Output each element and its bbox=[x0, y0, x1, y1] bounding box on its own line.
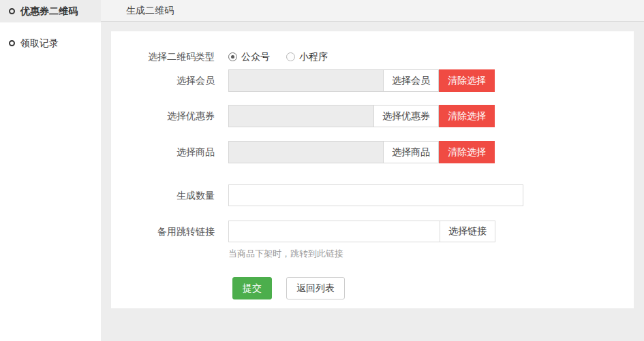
product-label: 选择商品 bbox=[111, 141, 228, 163]
circle-bullet-icon bbox=[9, 40, 15, 46]
member-input-group: 选择会员 清除选择 bbox=[228, 69, 495, 92]
radio-selected-icon bbox=[228, 52, 237, 61]
form-row-coupon: 选择优惠券 选择优惠券 清除选择 bbox=[111, 105, 634, 127]
clear-member-button[interactable]: 清除选择 bbox=[439, 69, 495, 92]
circle-bullet-icon bbox=[9, 8, 15, 14]
page-title-bar: 生成二维码 bbox=[101, 0, 644, 22]
sidebar-item-label: 领取记录 bbox=[20, 37, 59, 50]
sidebar-item-label: 优惠券二维码 bbox=[20, 5, 78, 18]
member-label: 选择会员 bbox=[111, 69, 228, 92]
select-product-button[interactable]: 选择商品 bbox=[383, 141, 439, 163]
sidebar-item-claim-records[interactable]: 领取记录 bbox=[0, 32, 101, 54]
form-row-actions: 提交 返回列表 bbox=[111, 277, 634, 299]
quantity-label: 生成数量 bbox=[111, 184, 228, 207]
radio-unselected-icon bbox=[286, 52, 295, 61]
sidebar: 优惠券二维码 领取记录 bbox=[0, 0, 101, 341]
radio-official-account[interactable]: 公众号 bbox=[228, 50, 270, 63]
form-row-qr-type: 选择二维码类型 公众号 小程序 bbox=[111, 50, 634, 63]
select-link-button[interactable]: 选择链接 bbox=[440, 221, 495, 242]
form-row-member: 选择会员 选择会员 清除选择 bbox=[111, 69, 634, 92]
main-area: 生成二维码 选择二维码类型 公众号 小程序 选择会员 bbox=[101, 0, 644, 341]
qr-type-label: 选择二维码类型 bbox=[111, 50, 228, 63]
coupon-input[interactable] bbox=[228, 105, 373, 127]
radio-label: 小程序 bbox=[299, 50, 328, 63]
fallback-link-field: 选择链接 当商品下架时，跳转到此链接 bbox=[228, 221, 495, 259]
submit-button[interactable]: 提交 bbox=[232, 277, 272, 299]
form-row-product: 选择商品 选择商品 清除选择 bbox=[111, 141, 634, 163]
select-coupon-button[interactable]: 选择优惠券 bbox=[373, 105, 439, 127]
fallback-link-input-group: 选择链接 bbox=[228, 221, 495, 243]
sidebar-item-coupon-qrcode[interactable]: 优惠券二维码 bbox=[0, 0, 101, 22]
page-title: 生成二维码 bbox=[126, 5, 174, 16]
app-layout: 优惠券二维码 领取记录 生成二维码 选择二维码类型 公众号 小程序 bbox=[0, 0, 644, 341]
coupon-input-group: 选择优惠券 清除选择 bbox=[228, 105, 495, 127]
radio-mini-program[interactable]: 小程序 bbox=[286, 50, 328, 63]
clear-coupon-button[interactable]: 清除选择 bbox=[439, 105, 495, 127]
qr-type-radio-group: 公众号 小程序 bbox=[228, 50, 344, 63]
fallback-link-input[interactable] bbox=[228, 221, 440, 242]
form-row-quantity: 生成数量 bbox=[111, 184, 634, 207]
form-row-fallback-link: 备用跳转链接 选择链接 当商品下架时，跳转到此链接 bbox=[111, 221, 634, 259]
fallback-link-label: 备用跳转链接 bbox=[111, 221, 228, 243]
actions-group: 提交 返回列表 bbox=[228, 277, 345, 299]
clear-product-button[interactable]: 清除选择 bbox=[439, 141, 495, 163]
product-input-group: 选择商品 清除选择 bbox=[228, 141, 495, 163]
select-member-button[interactable]: 选择会员 bbox=[383, 69, 439, 92]
radio-label: 公众号 bbox=[241, 50, 270, 63]
product-input[interactable] bbox=[228, 141, 383, 163]
coupon-label: 选择优惠券 bbox=[111, 105, 228, 127]
qrcode-form-card: 选择二维码类型 公众号 小程序 选择会员 选择会员 bbox=[111, 31, 634, 308]
quantity-input[interactable] bbox=[228, 184, 523, 206]
fallback-link-hint: 当商品下架时，跳转到此链接 bbox=[228, 248, 495, 259]
member-input[interactable] bbox=[228, 69, 383, 92]
back-to-list-button[interactable]: 返回列表 bbox=[286, 277, 345, 299]
